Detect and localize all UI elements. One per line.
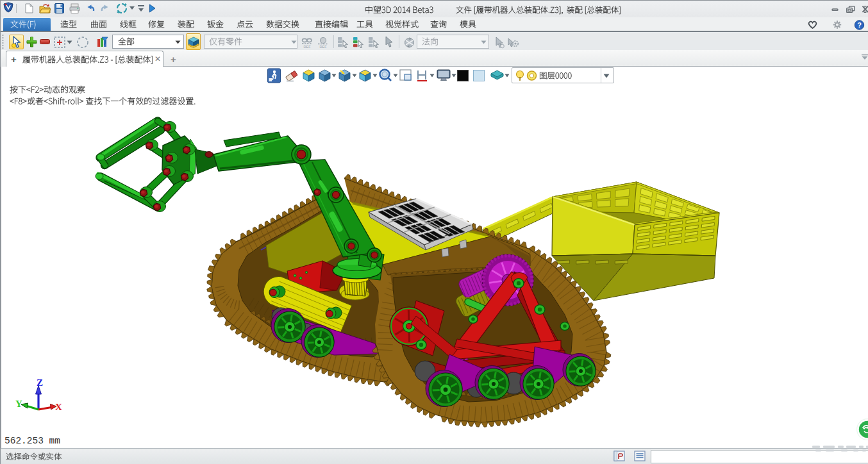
svg-text:Y: Y [15,399,22,409]
svg-text:562.253 mm: 562.253 mm [4,436,60,446]
svg-text:X: X [55,402,62,412]
svg-text:Z: Z [37,377,43,388]
